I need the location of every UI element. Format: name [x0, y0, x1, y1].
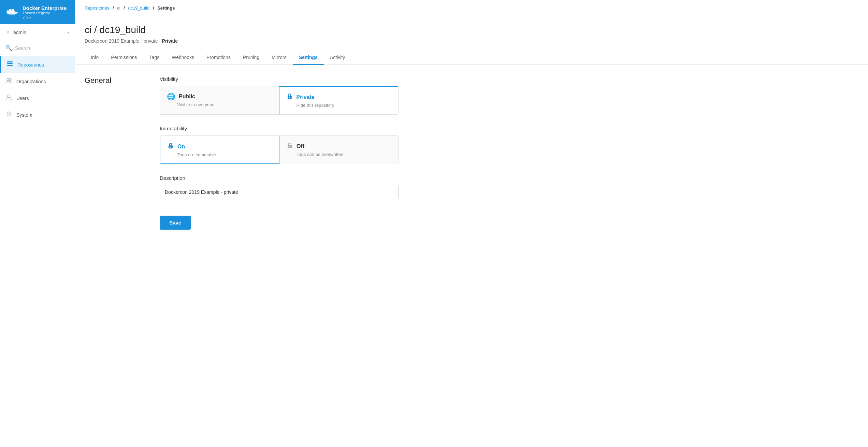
app-name: Docker Enterprise — [23, 5, 67, 11]
main-content: Repositories / ci / dc19_build / Setting… — [75, 0, 868, 447]
tab-bar: Info Permissions Tags Webhooks Promotion… — [75, 51, 868, 65]
repo-title: ci / dc19_build — [85, 25, 858, 35]
svg-point-10 — [8, 95, 10, 98]
user-dropdown-icon[interactable]: ▾ — [67, 30, 69, 35]
app-subtitle: Trusted Registry 2.6.5 — [23, 11, 67, 19]
off-title: Off — [296, 143, 304, 149]
docker-logo-icon — [5, 5, 18, 18]
sidebar-item-users[interactable]: Users — [0, 90, 75, 106]
on-title: On — [177, 144, 185, 150]
private-title: Private — [296, 94, 315, 100]
privacy-badge: Private — [162, 38, 178, 44]
svg-point-13 — [289, 97, 290, 98]
visibility-public-option[interactable]: 🌐 Public Visible to everyone — [160, 86, 279, 114]
immutability-on-option[interactable]: On Tags are immutable — [160, 135, 280, 164]
username: admin — [13, 30, 64, 35]
section-title: General — [85, 76, 139, 230]
organizations-icon — [5, 77, 12, 86]
off-desc: Tags can be overwritten — [286, 152, 391, 157]
immutability-off-option[interactable]: Off Tags can be overwritten — [279, 136, 398, 164]
svg-point-15 — [170, 147, 171, 148]
on-desc: Tags are immutable — [167, 152, 272, 157]
visibility-label: Visibility — [160, 76, 399, 82]
settings-content: General Visibility 🌐 Public Visible to e… — [75, 65, 868, 241]
breadcrumb-ci[interactable]: ci — [117, 5, 120, 11]
immutability-label: Immutability — [160, 126, 399, 131]
tab-tags[interactable]: Tags — [143, 51, 166, 65]
sidebar-item-label: System — [16, 112, 32, 118]
sidebar-header-text: Docker Enterprise Trusted Registry 2.6.5 — [23, 5, 67, 19]
tab-settings[interactable]: Settings — [293, 51, 324, 65]
visibility-options: 🌐 Public Visible to everyone — [160, 86, 399, 115]
tab-permissions[interactable]: Permissions — [105, 51, 143, 65]
description-group: Description — [160, 175, 399, 199]
sidebar-search[interactable]: 🔍 Search — [0, 41, 75, 55]
lock-closed-icon — [167, 142, 174, 151]
user-section: ⚬ admin ▾ — [0, 24, 75, 41]
repo-description: Dockercon 2019 Example - private Private — [85, 38, 858, 44]
users-icon — [5, 94, 12, 102]
unlock-icon — [286, 142, 293, 150]
svg-point-17 — [289, 146, 290, 147]
immutability-group: Immutability On — [160, 126, 399, 164]
public-desc: Visible to everyone — [167, 102, 272, 107]
sidebar-item-label: Repositories — [17, 62, 44, 68]
immutability-options: On Tags are immutable — [160, 135, 399, 164]
settings-panel: Visibility 🌐 Public Visible to everyone — [160, 76, 399, 230]
private-desc: Hide this repository — [286, 103, 391, 108]
repo-header: ci / dc19_build Dockercon 2019 Example -… — [75, 16, 868, 44]
tab-info[interactable]: Info — [85, 51, 105, 65]
sidebar-item-system[interactable]: System — [0, 106, 75, 123]
tab-pruning[interactable]: Pruning — [237, 51, 265, 65]
description-label: Description — [160, 175, 399, 181]
breadcrumb-build[interactable]: dc19_build — [128, 5, 149, 11]
sidebar-item-label: Users — [16, 96, 29, 101]
tab-webhooks[interactable]: Webhooks — [165, 51, 200, 65]
tab-promotions[interactable]: Promotions — [200, 51, 237, 65]
sidebar-item-repositories[interactable]: Repositories — [0, 56, 75, 73]
svg-rect-7 — [7, 65, 13, 66]
breadcrumb-repositories[interactable]: Repositories — [85, 5, 109, 11]
sidebar: Docker Enterprise Trusted Registry 2.6.5… — [0, 0, 75, 447]
user-icon: ⚬ — [5, 29, 11, 36]
search-icon: 🔍 — [5, 45, 12, 51]
search-label[interactable]: Search — [15, 45, 30, 51]
svg-point-8 — [7, 78, 9, 81]
tab-mirrors[interactable]: Mirrors — [265, 51, 293, 65]
breadcrumb-current: Settings — [157, 5, 175, 11]
svg-rect-6 — [7, 63, 13, 64]
globe-icon: 🌐 — [167, 92, 175, 101]
repositories-icon — [6, 60, 13, 69]
system-icon — [5, 111, 12, 119]
public-title: Public — [179, 93, 195, 100]
sidebar-item-label: Organizations — [16, 79, 46, 84]
svg-point-9 — [9, 78, 11, 81]
visibility-private-option[interactable]: Private Hide this repository — [279, 86, 399, 115]
breadcrumb: Repositories / ci / dc19_build / Setting… — [75, 0, 868, 16]
svg-point-11 — [8, 113, 10, 115]
save-button[interactable]: Save — [160, 216, 191, 230]
sidebar-header: Docker Enterprise Trusted Registry 2.6.5 — [0, 0, 75, 24]
tab-activity[interactable]: Activity — [324, 51, 351, 65]
description-input[interactable] — [160, 185, 399, 199]
svg-rect-5 — [7, 61, 13, 62]
lock-icon — [286, 93, 293, 101]
sidebar-item-organizations[interactable]: Organizations — [0, 73, 75, 90]
visibility-group: Visibility 🌐 Public Visible to everyone — [160, 76, 399, 115]
sidebar-nav: Repositories Organizations Users — [0, 55, 75, 447]
